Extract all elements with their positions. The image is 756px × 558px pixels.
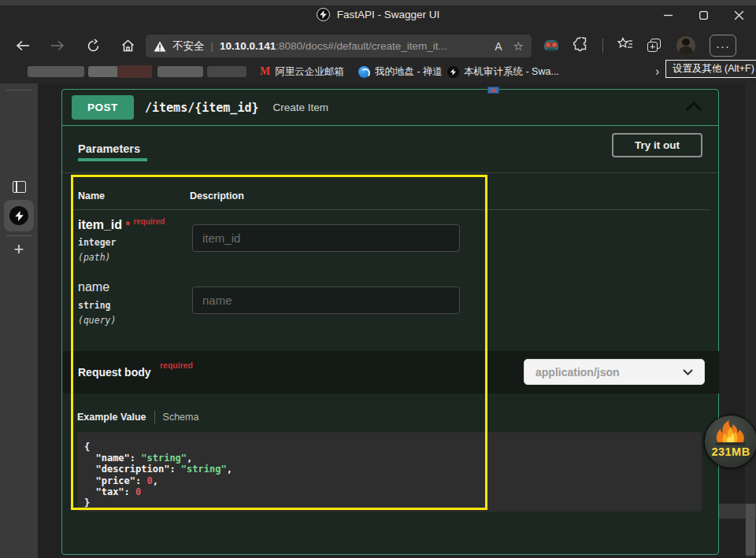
content-type-select[interactable]: application/json — [524, 359, 705, 385]
param-name: name — [78, 280, 109, 294]
vertical-tabs-sidebar: + — [0, 83, 38, 558]
memory-usage-badge: 231MB — [705, 416, 756, 467]
tab-strip — [0, 0, 756, 6]
param-name: item_id — [78, 218, 122, 231]
bookmark-label: 本机审计系统 - Swa... — [464, 65, 559, 79]
zentao-icon — [358, 66, 370, 78]
parameters-title: Parameters — [78, 142, 140, 155]
operation-summary: Create Item — [273, 102, 329, 113]
opblock-summary[interactable]: POST /items/{item_id} Create Item — [62, 90, 718, 126]
chevron-down-icon — [683, 369, 693, 375]
parameters-section-header: Parameters Try it out — [62, 127, 718, 173]
redacted-bookmark — [117, 65, 152, 78]
redacted-bookmark — [28, 66, 84, 77]
url-path: :8080/docs#/default/create_item_it... — [276, 40, 447, 52]
sidebar-divider — [6, 90, 32, 91]
opblock-post-items: POST /items/{item_id} Create Item Parame… — [61, 89, 719, 555]
home-icon[interactable] — [116, 35, 139, 57]
request-body-label: Request body — [78, 366, 151, 379]
collapse-chevron-icon[interactable] — [685, 101, 702, 115]
param-name-field: name string (query) — [78, 280, 116, 326]
fastapi-bookmark-icon — [447, 66, 459, 78]
settings-tooltip: 设置及其他 (Alt+F) — [665, 60, 756, 78]
sidebar-divider — [6, 235, 32, 236]
settings-more-button[interactable]: ··· — [710, 35, 736, 57]
fastapi-favicon — [317, 8, 330, 21]
param-location: (path) — [78, 252, 165, 263]
add-favorite-star-icon[interactable]: ☆ — [513, 39, 524, 54]
security-label: 不安全 — [172, 39, 205, 54]
tab-divider — [154, 411, 155, 423]
request-body-section: Request body required application/json — [63, 351, 719, 394]
bookmark-audit-system[interactable]: 本机审计系统 - Swa... — [447, 63, 559, 80]
active-tab-fastapi[interactable] — [4, 200, 34, 231]
maximize-button[interactable] — [690, 3, 717, 27]
try-it-out-button[interactable]: Try it out — [612, 133, 702, 157]
bookmark-label: 我的地盘 - 禅道 — [375, 65, 443, 79]
fastapi-tab-icon — [9, 206, 28, 225]
extensions-puzzle-icon[interactable] — [573, 37, 588, 55]
required-star: * — [125, 219, 129, 231]
parameters-active-underline — [78, 158, 147, 161]
column-header-name: Name — [78, 190, 105, 201]
param-item-id: item_id * required integer (path) — [78, 217, 165, 263]
required-label: required — [133, 217, 165, 226]
scrollbar-thumb[interactable] — [746, 504, 755, 556]
security-warning-icon — [154, 41, 166, 52]
refresh-icon[interactable] — [81, 35, 105, 57]
method-badge: POST — [72, 95, 134, 120]
tampermonkey-extension-icon[interactable] — [543, 39, 559, 53]
annotation-artifact — [487, 87, 499, 94]
minimize-button[interactable] — [654, 3, 681, 27]
bookmark-aliyun-mail[interactable]: M 阿里云企业邮箱 — [260, 63, 344, 80]
title-bar: FastAPI - Swagger UI — [0, 0, 756, 30]
flame-icon — [713, 419, 748, 448]
url-divider: | — [211, 40, 213, 52]
collections-icon[interactable] — [647, 39, 662, 53]
tab-actions-icon[interactable] — [13, 181, 26, 193]
window-title: FastAPI - Swagger UI — [337, 9, 440, 20]
scrollbar[interactable] — [745, 83, 756, 558]
tab-example-value[interactable]: Example Value — [77, 412, 146, 423]
example-tabs: Example Value Schema — [77, 411, 198, 423]
table-header-divider — [72, 209, 710, 210]
column-header-description: Description — [190, 190, 244, 201]
param-type: string — [78, 300, 116, 311]
forward-icon — [46, 35, 69, 57]
param-type: integer — [78, 237, 165, 248]
url-host: 10.10.0.141 — [220, 40, 276, 52]
operation-path: /items/{item_id} — [145, 101, 259, 115]
redacted-bookmark — [207, 66, 246, 77]
name-input[interactable] — [192, 286, 460, 314]
address-bar[interactable]: 不安全 | 10.10.0.141:8080/docs#/default/cre… — [146, 35, 532, 57]
tab-schema[interactable]: Schema — [163, 412, 199, 423]
bookmark-label: 阿里云企业邮箱 — [275, 65, 344, 79]
memory-usage-value: 231MB — [711, 445, 750, 458]
param-location: (query) — [78, 315, 116, 326]
toolbar-divider — [602, 39, 603, 53]
back-icon[interactable] — [11, 35, 35, 57]
aliyun-mail-icon: M — [260, 65, 270, 78]
favorites-icon[interactable] — [617, 37, 633, 54]
new-tab-button[interactable]: + — [9, 240, 28, 259]
request-body-required: required — [160, 360, 193, 370]
bookmarks-overflow-icon[interactable]: › — [655, 63, 659, 80]
profile-avatar[interactable] — [676, 36, 695, 55]
example-code: { "name": "string", "description": "stri… — [77, 432, 702, 512]
close-button[interactable] — [725, 3, 752, 27]
item-id-input[interactable] — [192, 224, 460, 252]
content-type-value: application/json — [536, 366, 620, 379]
bookmark-zentao[interactable]: 我的地盘 - 禅道 — [358, 63, 443, 80]
redacted-bookmark — [158, 66, 203, 77]
read-aloud-icon[interactable]: A — [495, 40, 502, 53]
browser-window: FastAPI - Swagger UI 不安全 | 10.10.0.141:8… — [0, 0, 756, 558]
